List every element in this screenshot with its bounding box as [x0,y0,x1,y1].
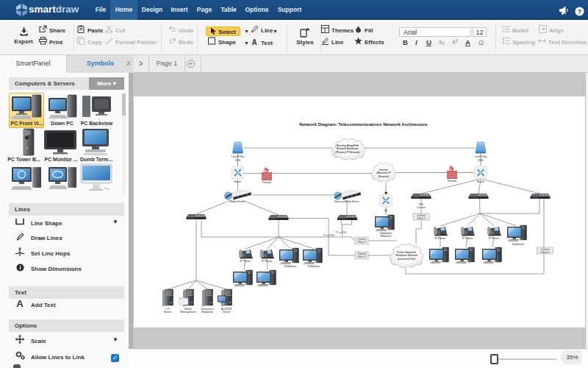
svg-text:IP Phone: IP Phone [262,260,273,263]
svg-text:Existing MegaPath: Existing MegaPath [337,144,359,147]
svg-text:(Alternate IP: (Alternate IP [376,171,391,174]
svg-text:Office 1: Office 1 [417,217,426,220]
svg-text:Softphone: Softphone [284,265,296,268]
svg-text:Response: Response [201,311,213,314]
svg-text:Level3 Pop: Level3 Pop [232,155,244,158]
svg-text:Office 2: Office 2 [541,251,550,254]
svg-text:T1 or DS1: T1 or DS1 [335,231,347,234]
svg-text:Telephone Network: Telephone Network [395,254,417,257]
svg-text:Server: Server [223,311,231,314]
svg-text:Network Backbone: Network Backbone [337,147,359,150]
svg-text:PRI: PRI [419,203,423,206]
svg-text:Public Switched: Public Switched [397,251,415,254]
svg-text:?: ? [578,8,582,15]
svg-text:ACD/IVR: ACD/IVR [221,308,232,311]
svg-text:Office 2: Office 2 [357,241,366,244]
svg-text:Network Diagram: Telecommunica: Network Diagram: Telecommunications Netw… [299,122,428,127]
svg-text:DSU: DSU [478,159,484,162]
svg-text:IP Phone: IP Phone [489,237,500,240]
svg-text:Management: Management [181,311,196,314]
svg-text:(Remote): (Remote) [381,235,392,238]
svg-text:Level3 Pop: Level3 Pop [475,155,487,158]
svg-text:Email: Email [185,308,192,311]
svg-text:Router: Router [234,180,242,183]
svg-text:Media Server: Media Server [230,200,245,203]
svg-text:Softphone: Softphone [380,232,392,235]
svg-text:Softphone: Softphone [512,243,524,246]
svg-text:IP Phone: IP Phone [240,260,251,263]
svg-text:Office 3: Office 3 [357,255,366,258]
svg-text:Back-up Media Server: Back-up Media Server [334,200,359,203]
svg-text:Interactive: Interactive [201,308,214,311]
svg-text:IP Phone: IP Phone [462,237,473,240]
svg-text:Internet: Internet [379,169,389,171]
svg-text:CTI: CTI [165,308,170,311]
svg-text:Circuits: Circuits [417,206,426,209]
svg-text:Softphone: Softphone [308,265,320,268]
svg-text:Firewall: Firewall [262,181,271,184]
svg-text:Server: Server [164,311,172,314]
svg-text:(Primary IP Network): (Primary IP Network) [335,151,359,154]
svg-text:Network): Network) [379,175,389,178]
svg-text:DSU: DSU [235,159,241,162]
svg-text:Firewall: Firewall [448,180,456,183]
svg-text:T1 or DS3: T1 or DS3 [323,234,334,237]
svg-text:IP Phone: IP Phone [435,237,446,240]
svg-text:(Local and Toll): (Local and Toll) [398,258,415,261]
svg-text:Router: Router [477,180,485,183]
svg-text:i: i [19,264,21,271]
